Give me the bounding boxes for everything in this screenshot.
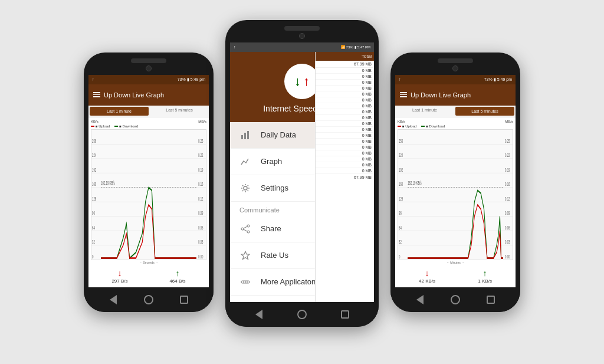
svg-text:160: 160 <box>92 181 96 188</box>
right-status-bar: ↑ 73% ▮ 5:49 pm <box>395 75 516 84</box>
left-tab-5min[interactable]: Last 5 minutes <box>150 106 209 117</box>
left-tab-1min[interactable]: Last 1 minute <box>90 107 149 116</box>
daily-total-bottom: 67.99 MB <box>316 174 374 181</box>
more-apps-icon <box>239 276 251 288</box>
right-tab-1min[interactable]: Last 1 minute <box>395 106 454 117</box>
left-status-right: 73% ▮ 5:48 pm <box>178 77 205 82</box>
svg-text:0.19: 0.19 <box>198 166 203 173</box>
svg-rect-39 <box>247 131 249 139</box>
svg-text:0.12: 0.12 <box>198 195 203 202</box>
left-upload-indicator: ↑ <box>92 77 94 81</box>
left-recent-btn[interactable] <box>179 294 189 305</box>
right-recent-btn[interactable] <box>485 294 496 305</box>
right-upload-speed: ↓ 42 KB/s <box>419 269 435 284</box>
graph-label: Graph <box>261 157 282 166</box>
left-upload-speed: ↓ 297 B/s <box>111 269 127 284</box>
daily-row-12: 0 MB <box>316 133 374 139</box>
right-time: 5:49 pm <box>497 77 512 81</box>
center-status-left: ↑ <box>234 45 236 49</box>
graph-icon <box>239 156 251 168</box>
daily-row-4: 0 MB <box>316 86 374 91</box>
right-battery: ▮ <box>494 77 496 82</box>
right-graph-area: 256 224 192 160 128 96 64 32 0 0.25 0.22… <box>398 129 513 260</box>
svg-text:0.09: 0.09 <box>198 209 203 217</box>
left-app-bar: Up Down Live Graph <box>88 84 209 106</box>
daily-row-9: 0 MB <box>316 115 374 121</box>
right-upload-value: 42 KB/s <box>419 278 435 284</box>
daily-row-14: 0 MB <box>316 145 374 150</box>
left-tab-bar: Last 1 minute Last 5 minutes <box>88 106 209 117</box>
left-graph-container: KB/s MB/s ■ Upload ■ Download <box>88 117 209 265</box>
left-signal: 73% <box>178 77 186 81</box>
daily-row-18: 0 MB <box>316 168 374 174</box>
right-tab-5min[interactable]: Last 5 minutes <box>455 107 514 116</box>
left-home-btn[interactable] <box>143 294 154 305</box>
settings-icon <box>239 182 251 194</box>
left-legend-download: ■ Download <box>114 124 138 128</box>
right-hamburger-icon[interactable] <box>400 92 407 97</box>
svg-text:96: 96 <box>92 209 95 217</box>
left-upload-value: 297 B/s <box>111 278 127 284</box>
right-upload-label: ■ Upload <box>402 124 416 128</box>
svg-text:162.19 KB/s: 162.19 KB/s <box>101 179 115 186</box>
svg-text:64: 64 <box>92 224 95 231</box>
left-download-speed: ↑ 464 B/s <box>169 269 185 284</box>
svg-text:96: 96 <box>399 209 402 217</box>
center-home-btn[interactable] <box>297 309 307 320</box>
center-upload-indicator: ↑ <box>234 45 236 49</box>
svg-text:0.25: 0.25 <box>505 137 510 144</box>
right-status-right: 73% ▮ 5:49 pm <box>484 77 512 82</box>
right-speed-display: ↓ 42 KB/s ↑ 1 KB/s <box>395 265 516 287</box>
svg-text:0.06: 0.06 <box>198 224 203 231</box>
svg-text:160: 160 <box>399 181 403 188</box>
left-download-arrow: ↑ <box>175 269 179 277</box>
left-upload-label: ■ Upload <box>96 124 110 128</box>
left-download-value: 464 B/s <box>169 278 185 284</box>
right-upload-indicator: ↑ <box>399 77 401 81</box>
right-graph-container: KB/s MB/s ■ Upload ■ Download <box>395 117 516 265</box>
left-back-btn[interactable] <box>108 294 119 305</box>
left-legend: ■ Upload ■ Download <box>91 124 206 128</box>
svg-text:0.19: 0.19 <box>505 166 510 173</box>
daily-row-6: 0 MB <box>316 97 374 103</box>
svg-text:0.09: 0.09 <box>505 209 510 217</box>
right-download-arrow: ↑ <box>483 269 487 277</box>
svg-rect-38 <box>244 133 246 139</box>
right-app-bar: Up Down Live Graph <box>395 84 516 106</box>
left-graph-mbunit: MB/s <box>198 120 206 123</box>
right-back-btn[interactable] <box>415 294 425 305</box>
left-graph-svg: 256 224 192 160 128 96 64 32 0 0.25 0.22… <box>91 130 206 260</box>
left-graph-unit: KB/s <box>91 120 99 123</box>
right-legend-upload: ■ Upload <box>398 124 416 128</box>
center-recent-btn[interactable] <box>340 309 350 320</box>
svg-point-41 <box>247 225 250 227</box>
svg-point-43 <box>247 231 250 233</box>
left-hamburger-icon[interactable] <box>93 92 100 97</box>
svg-point-42 <box>241 228 244 230</box>
daily-row-13: 0 MB <box>316 139 374 145</box>
left-phone-camera <box>146 65 152 71</box>
right-home-btn[interactable] <box>450 294 461 305</box>
daily-row-7: 0 MB <box>316 103 374 109</box>
right-graph-mbunit: MB/s <box>505 120 513 123</box>
left-status-bar: ↑ 73% ▮ 5:48 pm <box>88 75 209 84</box>
right-graph-unit: KB/s <box>398 120 405 123</box>
center-phone-bottom <box>225 302 379 327</box>
svg-text:0.03: 0.03 <box>198 238 203 245</box>
svg-line-44 <box>244 227 247 228</box>
daily-row-17: 0 MB <box>316 162 374 168</box>
left-legend-upload: ■ Upload <box>91 124 110 128</box>
center-time: 5:47 PM <box>357 45 370 49</box>
svg-point-40 <box>244 186 247 190</box>
share-label: Share <box>261 224 281 233</box>
daily-row-1: 0 MB <box>316 68 374 74</box>
center-phone-screen: ↑ 📶 73% ▮ 5:47 PM ↓ ↑ <box>230 42 374 302</box>
center-battery: ▮ <box>354 45 356 49</box>
right-download-speed: ↑ 1 KB/s <box>478 269 492 284</box>
svg-text:192: 192 <box>399 166 403 173</box>
logo-down-arrow: ↓ <box>294 75 301 88</box>
right-phone-camera <box>452 65 458 71</box>
left-seconds-label: ← Seconds → <box>91 261 206 264</box>
center-back-btn[interactable] <box>254 309 264 320</box>
svg-point-50 <box>247 281 248 283</box>
